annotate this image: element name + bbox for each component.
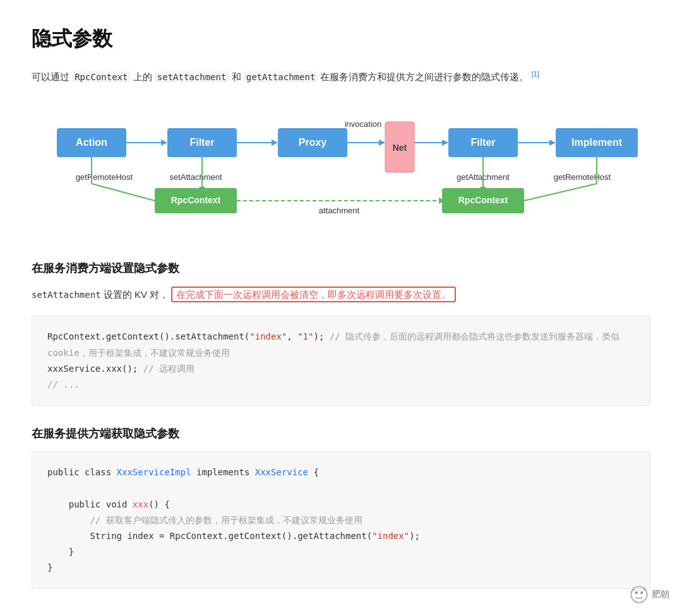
code-closing-brace-1: } bbox=[47, 544, 635, 560]
setattachment-inline-code: setAttachment bbox=[32, 290, 101, 300]
method-name-span: xxx bbox=[133, 499, 148, 509]
interface-name-span: XxxService bbox=[255, 467, 308, 477]
invocation-label: invocation bbox=[345, 119, 382, 129]
code-comment-3: // ... bbox=[47, 379, 80, 389]
code-method-def: public void xxx() { bbox=[47, 497, 635, 512]
code-comment-2: // 远程调用 bbox=[143, 364, 194, 374]
code-closing-brace-2: } bbox=[47, 560, 635, 576]
arrow4-head bbox=[442, 139, 448, 146]
footnote: [1] bbox=[532, 70, 539, 78]
rpc-diagram: Action Filter Proxy invocation Net Filte… bbox=[32, 103, 650, 238]
action-to-rpc1 bbox=[92, 184, 155, 201]
watermark-icon bbox=[630, 586, 648, 603]
intro-paragraph: 可以通过 RpcContext 上的 setAttachment 和 getAt… bbox=[32, 68, 650, 85]
code-blank-1 bbox=[47, 480, 635, 496]
attachment-label: attachment bbox=[319, 206, 360, 215]
warning-box: 在完成下面一次远程调用会被清空，即多次远程调用要多次设置。 bbox=[171, 287, 456, 302]
setattachment-text-prefix: 设置的 KV 对， bbox=[104, 289, 169, 300]
diagram-svg: Action Filter Proxy invocation Net Filte… bbox=[38, 116, 650, 223]
getremotehost2-label: getRemoteHost bbox=[554, 172, 611, 182]
intro-text-before: 可以通过 bbox=[32, 71, 69, 82]
filter2-label: Filter bbox=[470, 137, 495, 148]
arrow1-head bbox=[161, 139, 167, 146]
code-service-call: xxxService.xxx(); bbox=[47, 364, 143, 374]
setattachment-paragraph: setAttachment 设置的 KV 对， 在完成下面一次远程调用会被清空，… bbox=[32, 286, 650, 303]
intro-code3: getAttachment bbox=[244, 71, 318, 83]
section2-heading: 在服务提供方端获取隐式参数 bbox=[32, 426, 650, 441]
impl-to-rpc2 bbox=[524, 184, 597, 201]
comment-span-1: // 获取客户端隐式传入的参数，用于框架集成，不建议常规业务使用 bbox=[47, 515, 362, 525]
svg-point-1 bbox=[635, 591, 638, 594]
getremotehost1-label: getRemoteHost bbox=[76, 172, 133, 182]
intro-text-after: 在服务消费方和提供方之间进行参数的隐式传递。 bbox=[320, 71, 529, 82]
code-block-1: RpcContext.getContext().setAttachment("i… bbox=[32, 316, 650, 406]
rpcctx2-label: RpcContext bbox=[458, 195, 508, 205]
setattachment-diagram-label: setAttachment bbox=[169, 172, 222, 182]
svg-point-2 bbox=[640, 591, 643, 594]
code-comment-getattachment: // 获取客户端隐式传入的参数，用于框架集成，不建议常规业务使用 bbox=[47, 512, 635, 528]
rpcctx1-label: RpcContext bbox=[171, 195, 221, 205]
action-label: Action bbox=[76, 137, 107, 148]
class-name-span: XxxServiceImpl bbox=[117, 467, 191, 477]
index-string: "index" bbox=[372, 531, 409, 541]
filter1-label: Filter bbox=[189, 137, 214, 148]
arrow2-head bbox=[272, 139, 278, 146]
arrow3-head bbox=[379, 139, 385, 146]
code-line-2: xxxService.xxx(); // 远程调用 bbox=[47, 361, 635, 377]
code-class-def: public class XxxServiceImpl implements X… bbox=[47, 465, 635, 480]
code-rpccontext-1: RpcContext.getContext().setAttachment("i… bbox=[47, 331, 330, 341]
proxy-label: Proxy bbox=[299, 137, 327, 148]
page-title: 隐式参数 bbox=[32, 25, 650, 53]
section1-heading: 在服务消费方端设置隐式参数 bbox=[32, 261, 650, 276]
watermark-text: 肥朝 bbox=[652, 589, 669, 600]
intro-code2: setAttachment bbox=[155, 71, 229, 83]
implement-label: Implement bbox=[571, 137, 623, 148]
code-block-2: public class XxxServiceImpl implements X… bbox=[32, 451, 650, 589]
arrow5-head bbox=[549, 139, 556, 146]
code-getattachment-line: String index = RpcContext.getContext().g… bbox=[47, 528, 635, 544]
watermark: 肥朝 bbox=[630, 586, 669, 603]
code-line-3: // ... bbox=[47, 377, 635, 393]
intro-text-mid2: 和 bbox=[232, 71, 241, 82]
code-line-1: RpcContext.getContext().setAttachment("i… bbox=[47, 329, 635, 360]
intro-text-mid1: 上的 bbox=[133, 71, 152, 82]
intro-code1: RpcContext bbox=[72, 71, 130, 83]
net-label: Net bbox=[393, 143, 407, 153]
